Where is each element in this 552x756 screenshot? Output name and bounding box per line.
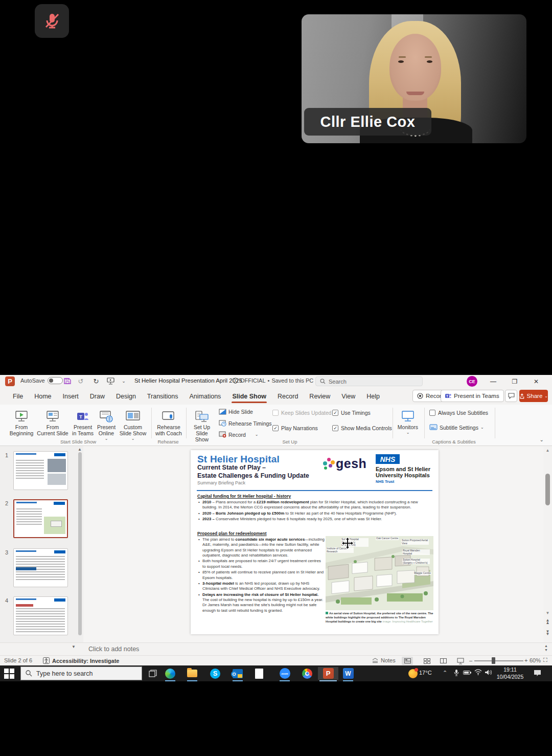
tab-design[interactable]: Design	[110, 388, 142, 405]
edge-icon[interactable]	[164, 667, 177, 680]
slide-thumbnail-3[interactable]: 3	[0, 548, 68, 587]
thumb-scroll-up-icon[interactable]: ▲	[76, 447, 83, 452]
present-in-teams-button[interactable]: T Present in Teams	[441, 390, 504, 402]
tray-expand-icon[interactable]: ⌃	[443, 670, 447, 676]
thumbnail-preview[interactable]	[13, 596, 68, 635]
fit-slide-to-window-icon[interactable]: ⛶	[543, 657, 547, 663]
temperature-readout[interactable]: 17°C	[419, 670, 432, 676]
zoom-app-icon[interactable]: zoom	[278, 667, 291, 680]
zoom-out-icon[interactable]: –	[469, 657, 472, 663]
reading-view-button[interactable]	[438, 657, 449, 665]
notes-resize-arrows[interactable]: ▲▼	[544, 644, 548, 653]
hide-slide-button[interactable]: Hide Slide	[219, 409, 253, 415]
tray-wifi-icon[interactable]	[474, 669, 482, 676]
present-in-teams-ribbon-button[interactable]: T Present in Teams	[71, 407, 95, 436]
tab-record[interactable]: Record	[272, 388, 304, 405]
tab-transitions[interactable]: Transitions	[142, 388, 184, 405]
collapse-ribbon-icon[interactable]: ⌄	[540, 437, 544, 442]
record-ribbon-button[interactable]: Record ⌄	[219, 431, 259, 438]
scrollbar-thumb[interactable]	[545, 474, 550, 505]
redo-icon[interactable]: ↻	[91, 376, 101, 386]
start-button[interactable]	[4, 669, 14, 679]
save-icon[interactable]	[62, 376, 73, 386]
thumbnail-preview[interactable]	[13, 499, 68, 538]
customize-quick-access-icon[interactable]: ⌄	[119, 376, 129, 386]
zoom-in-icon[interactable]: +	[524, 657, 527, 663]
zoom-slider-track[interactable]	[474, 660, 523, 661]
present-online-button[interactable]: Present Online ⌄	[95, 407, 118, 441]
slide-thumbnail-panel[interactable]: ▲ 12345	[0, 446, 83, 642]
weather-icon[interactable]	[406, 667, 420, 680]
tab-view[interactable]: View	[336, 388, 361, 405]
set-up-slide-show-button[interactable]: Set Up Slide Show	[189, 407, 215, 442]
close-button[interactable]: ✕	[527, 375, 545, 388]
thumbnail-preview[interactable]	[13, 548, 68, 587]
sensitivity-label[interactable]: OFFICIAL • Saved to this PC ⌄	[233, 377, 319, 384]
notes-panel[interactable]: Click to add notes ▲▼	[0, 642, 552, 655]
notes-toggle-button[interactable]: Notes	[372, 657, 396, 663]
keep-slides-updated-checkbox[interactable]: Keep Slides Updated	[272, 410, 332, 416]
clock[interactable]: 19:11 10/04/2025	[494, 666, 526, 680]
thumbnail-preview[interactable]	[13, 451, 68, 490]
tab-slide-show[interactable]: Slide Show	[226, 388, 272, 405]
outlook-icon[interactable]: O	[231, 667, 244, 680]
notes-placeholder[interactable]: Click to add notes	[88, 646, 139, 653]
tab-help[interactable]: Help	[361, 388, 385, 405]
task-view-icon[interactable]	[146, 667, 159, 680]
collapse-thumbnails-icon[interactable]: ▼	[72, 644, 76, 649]
play-narrations-checkbox[interactable]: Play Narrations	[272, 425, 318, 431]
slide-thumbnail-4[interactable]: 4	[0, 596, 68, 635]
tab-draw[interactable]: Draw	[84, 388, 110, 405]
skype-icon[interactable]: S	[209, 667, 222, 680]
normal-view-button[interactable]	[402, 657, 413, 665]
show-media-controls-checkbox[interactable]: Show Media Controls	[332, 425, 392, 431]
document-icon[interactable]	[252, 667, 266, 680]
slideshow-quick-icon[interactable]	[105, 376, 116, 386]
user-avatar[interactable]: CE	[467, 376, 477, 387]
restore-button[interactable]: ❐	[506, 375, 523, 388]
previous-slide-button[interactable]: ▲▲	[543, 619, 552, 624]
chrome-icon[interactable]	[301, 667, 314, 680]
tray-microphone-icon[interactable]	[454, 669, 459, 677]
tab-animations[interactable]: Animations	[184, 388, 227, 405]
comments-button[interactable]	[505, 390, 517, 402]
thumbnail-scrollbar[interactable]	[78, 452, 82, 635]
autosave-toggle[interactable]	[48, 377, 63, 384]
subtitle-settings-button[interactable]: Subtitle Settings ⌄	[429, 424, 484, 431]
notification-center-icon[interactable]	[534, 670, 541, 678]
slide-thumbnail-2[interactable]: 2	[0, 499, 68, 538]
slide-position-indicator[interactable]: Slide 2 of 6	[4, 657, 32, 663]
monitors-button[interactable]: Monitors ⌄	[395, 407, 421, 435]
microphone-muted-indicator[interactable]	[35, 4, 69, 38]
current-slide[interactable]: St Helier Hospital Current State of Play…	[191, 450, 439, 634]
powerpoint-app-icon[interactable]: P	[5, 376, 15, 386]
zoom-percentage[interactable]: 60%	[530, 657, 541, 663]
taskbar-search-input[interactable]: Type here to search	[20, 666, 142, 680]
powerpoint-taskbar-icon[interactable]: P	[318, 667, 338, 680]
slideshow-view-button[interactable]	[455, 657, 466, 665]
tray-battery-icon[interactable]	[463, 670, 471, 676]
search-input[interactable]: Search	[315, 376, 423, 386]
slide-sorter-view-button[interactable]	[421, 657, 432, 665]
undo-icon[interactable]: ↺	[76, 376, 86, 386]
word-icon[interactable]: W	[341, 667, 355, 680]
minimize-button[interactable]: —	[485, 375, 502, 388]
aerial-view-image[interactable]: Sutton Hospital (Emergency Department)Oa…	[326, 536, 433, 610]
autosave-control[interactable]: AutoSave	[20, 377, 63, 384]
custom-slide-show-button[interactable]: Custom Slide Show ⌄	[118, 407, 148, 441]
from-current-slide-button[interactable]: From Current Slide	[37, 407, 68, 436]
zoom-slider-handle[interactable]	[492, 657, 495, 664]
always-use-subtitles-checkbox[interactable]: Always Use Subtitles	[429, 410, 488, 416]
use-timings-checkbox[interactable]: Use Timings	[332, 410, 371, 416]
share-button[interactable]: Share ⌄	[519, 390, 548, 402]
tab-file[interactable]: File	[7, 388, 29, 405]
from-beginning-button[interactable]: From Beginning	[8, 407, 35, 436]
scroll-down-icon[interactable]: ▼	[543, 611, 552, 615]
slide-thumbnail-1[interactable]: 1	[0, 451, 68, 490]
tray-volume-icon[interactable]	[485, 669, 492, 677]
tab-review[interactable]: Review	[304, 388, 336, 405]
rehearse-timings-button[interactable]: Rehearse Timings	[219, 420, 272, 427]
rehearse-with-coach-button[interactable]: Rehearse with Coach	[154, 407, 183, 436]
scroll-up-icon[interactable]: ▲	[543, 448, 552, 453]
tab-home[interactable]: Home	[29, 388, 57, 405]
